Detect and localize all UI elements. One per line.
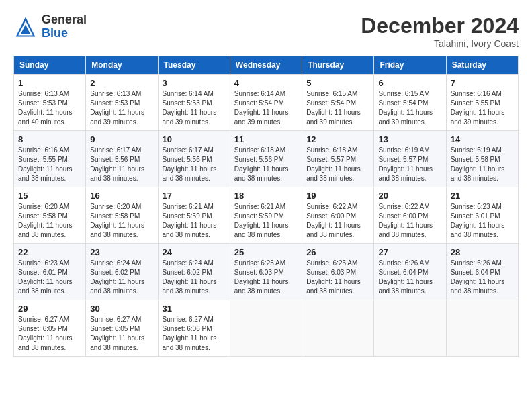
table-cell <box>230 300 302 357</box>
day-info: Sunrise: 6:25 AMSunset: 6:03 PMDaylight:… <box>234 259 298 296</box>
table-cell: 15Sunrise: 6:20 AMSunset: 5:58 PMDayligh… <box>14 187 86 244</box>
table-cell: 31Sunrise: 6:27 AMSunset: 6:06 PMDayligh… <box>158 300 230 357</box>
day-number: 17 <box>163 191 226 201</box>
table-cell: 27Sunrise: 6:26 AMSunset: 6:04 PMDayligh… <box>374 244 446 300</box>
table-cell: 24Sunrise: 6:24 AMSunset: 6:02 PMDayligh… <box>158 244 230 300</box>
day-info: Sunrise: 6:16 AMSunset: 5:55 PMDaylight:… <box>18 146 81 183</box>
logo-text: General Blue <box>42 13 87 40</box>
day-info: Sunrise: 6:17 AMSunset: 5:56 PMDaylight:… <box>163 146 226 183</box>
day-number: 1 <box>18 78 81 88</box>
calendar-row-2: 8Sunrise: 6:16 AMSunset: 5:55 PMDaylight… <box>14 131 519 187</box>
table-cell: 11Sunrise: 6:18 AMSunset: 5:56 PMDayligh… <box>230 131 302 187</box>
table-cell: 28Sunrise: 6:26 AMSunset: 6:04 PMDayligh… <box>446 244 518 300</box>
logo-general: General <box>42 13 87 27</box>
day-info: Sunrise: 6:15 AMSunset: 5:54 PMDaylight:… <box>378 89 441 127</box>
day-info: Sunrise: 6:18 AMSunset: 5:56 PMDaylight:… <box>234 146 298 183</box>
day-info: Sunrise: 6:16 AMSunset: 5:55 PMDaylight:… <box>451 89 514 127</box>
table-cell: 5Sunrise: 6:15 AMSunset: 5:54 PMDaylight… <box>302 75 374 131</box>
table-cell: 6Sunrise: 6:15 AMSunset: 5:54 PMDaylight… <box>374 75 446 131</box>
calendar-row-5: 29Sunrise: 6:27 AMSunset: 6:05 PMDayligh… <box>14 300 519 357</box>
table-cell: 4Sunrise: 6:14 AMSunset: 5:54 PMDaylight… <box>230 75 302 131</box>
calendar-table: Sunday Monday Tuesday Wednesday Thursday… <box>13 56 519 357</box>
day-info: Sunrise: 6:25 AMSunset: 6:03 PMDaylight:… <box>306 259 369 296</box>
day-info: Sunrise: 6:15 AMSunset: 5:54 PMDaylight:… <box>306 89 369 127</box>
day-number: 16 <box>90 191 153 201</box>
day-number: 12 <box>306 134 369 144</box>
day-number: 18 <box>234 191 298 201</box>
day-info: Sunrise: 6:17 AMSunset: 5:56 PMDaylight:… <box>90 146 153 183</box>
table-cell: 26Sunrise: 6:25 AMSunset: 6:03 PMDayligh… <box>302 244 374 300</box>
table-cell: 2Sunrise: 6:13 AMSunset: 5:53 PMDaylight… <box>86 75 158 131</box>
day-number: 31 <box>163 304 226 314</box>
location: Talahini, Ivory Coast <box>361 38 519 49</box>
day-number: 2 <box>90 78 153 88</box>
day-info: Sunrise: 6:24 AMSunset: 6:02 PMDaylight:… <box>163 259 226 296</box>
day-number: 26 <box>306 247 369 257</box>
day-number: 10 <box>163 134 226 144</box>
day-info: Sunrise: 6:23 AMSunset: 6:01 PMDaylight:… <box>451 202 514 240</box>
header-tuesday: Tuesday <box>158 56 230 75</box>
day-info: Sunrise: 6:26 AMSunset: 6:04 PMDaylight:… <box>378 259 441 296</box>
day-info: Sunrise: 6:20 AMSunset: 5:58 PMDaylight:… <box>18 202 81 240</box>
table-cell: 10Sunrise: 6:17 AMSunset: 5:56 PMDayligh… <box>158 131 230 187</box>
calendar-row-1: 1Sunrise: 6:13 AMSunset: 5:53 PMDaylight… <box>14 75 519 131</box>
day-info: Sunrise: 6:21 AMSunset: 5:59 PMDaylight:… <box>163 202 226 240</box>
day-number: 20 <box>378 191 441 201</box>
day-number: 6 <box>378 78 441 88</box>
day-info: Sunrise: 6:26 AMSunset: 6:04 PMDaylight:… <box>451 259 514 296</box>
day-info: Sunrise: 6:19 AMSunset: 5:58 PMDaylight:… <box>451 146 514 183</box>
day-info: Sunrise: 6:14 AMSunset: 5:54 PMDaylight:… <box>234 89 298 127</box>
day-info: Sunrise: 6:13 AMSunset: 5:53 PMDaylight:… <box>18 89 81 127</box>
day-info: Sunrise: 6:24 AMSunset: 6:02 PMDaylight:… <box>90 259 153 296</box>
day-number: 24 <box>163 247 226 257</box>
header-friday: Friday <box>374 56 446 75</box>
day-number: 30 <box>90 304 153 314</box>
table-cell: 25Sunrise: 6:25 AMSunset: 6:03 PMDayligh… <box>230 244 302 300</box>
table-cell: 17Sunrise: 6:21 AMSunset: 5:59 PMDayligh… <box>158 187 230 244</box>
day-number: 4 <box>234 78 298 88</box>
day-info: Sunrise: 6:14 AMSunset: 5:53 PMDaylight:… <box>163 89 226 127</box>
day-info: Sunrise: 6:22 AMSunset: 6:00 PMDaylight:… <box>306 202 369 240</box>
table-cell: 19Sunrise: 6:22 AMSunset: 6:00 PMDayligh… <box>302 187 374 244</box>
day-info: Sunrise: 6:22 AMSunset: 6:00 PMDaylight:… <box>378 202 441 240</box>
day-number: 9 <box>90 134 153 144</box>
day-info: Sunrise: 6:21 AMSunset: 5:59 PMDaylight:… <box>234 202 298 240</box>
day-number: 21 <box>451 191 514 201</box>
header-monday: Monday <box>86 56 158 75</box>
day-info: Sunrise: 6:20 AMSunset: 5:58 PMDaylight:… <box>90 202 153 240</box>
table-cell: 13Sunrise: 6:19 AMSunset: 5:57 PMDayligh… <box>374 131 446 187</box>
day-number: 23 <box>90 247 153 257</box>
day-number: 27 <box>378 247 441 257</box>
day-info: Sunrise: 6:27 AMSunset: 6:05 PMDaylight:… <box>18 315 81 353</box>
table-cell <box>302 300 374 357</box>
day-info: Sunrise: 6:13 AMSunset: 5:53 PMDaylight:… <box>90 89 153 127</box>
table-cell: 22Sunrise: 6:23 AMSunset: 6:01 PMDayligh… <box>14 244 86 300</box>
table-cell <box>374 300 446 357</box>
header-wednesday: Wednesday <box>230 56 302 75</box>
day-number: 7 <box>451 78 514 88</box>
calendar-row-4: 22Sunrise: 6:23 AMSunset: 6:01 PMDayligh… <box>14 244 519 300</box>
table-cell: 3Sunrise: 6:14 AMSunset: 5:53 PMDaylight… <box>158 75 230 131</box>
table-cell: 20Sunrise: 6:22 AMSunset: 6:00 PMDayligh… <box>374 187 446 244</box>
header-saturday: Saturday <box>446 56 518 75</box>
day-info: Sunrise: 6:18 AMSunset: 5:57 PMDaylight:… <box>306 146 369 183</box>
day-number: 28 <box>451 247 514 257</box>
table-cell: 30Sunrise: 6:27 AMSunset: 6:05 PMDayligh… <box>86 300 158 357</box>
day-number: 3 <box>163 78 226 88</box>
table-cell: 21Sunrise: 6:23 AMSunset: 6:01 PMDayligh… <box>446 187 518 244</box>
table-cell: 9Sunrise: 6:17 AMSunset: 5:56 PMDaylight… <box>86 131 158 187</box>
table-cell: 1Sunrise: 6:13 AMSunset: 5:53 PMDaylight… <box>14 75 86 131</box>
table-cell: 12Sunrise: 6:18 AMSunset: 5:57 PMDayligh… <box>302 131 374 187</box>
table-cell: 8Sunrise: 6:16 AMSunset: 5:55 PMDaylight… <box>14 131 86 187</box>
day-number: 19 <box>306 191 369 201</box>
month-title: December 2024 <box>361 13 519 38</box>
day-number: 14 <box>451 134 514 144</box>
generalblue-logo-icon <box>13 15 38 39</box>
logo[interactable]: General Blue <box>13 13 87 40</box>
day-number: 15 <box>18 191 81 201</box>
page-header: General Blue December 2024 Talahini, Ivo… <box>13 13 519 49</box>
title-block: December 2024 Talahini, Ivory Coast <box>361 13 519 49</box>
table-cell: 16Sunrise: 6:20 AMSunset: 5:58 PMDayligh… <box>86 187 158 244</box>
table-cell: 29Sunrise: 6:27 AMSunset: 6:05 PMDayligh… <box>14 300 86 357</box>
header-sunday: Sunday <box>14 56 86 75</box>
